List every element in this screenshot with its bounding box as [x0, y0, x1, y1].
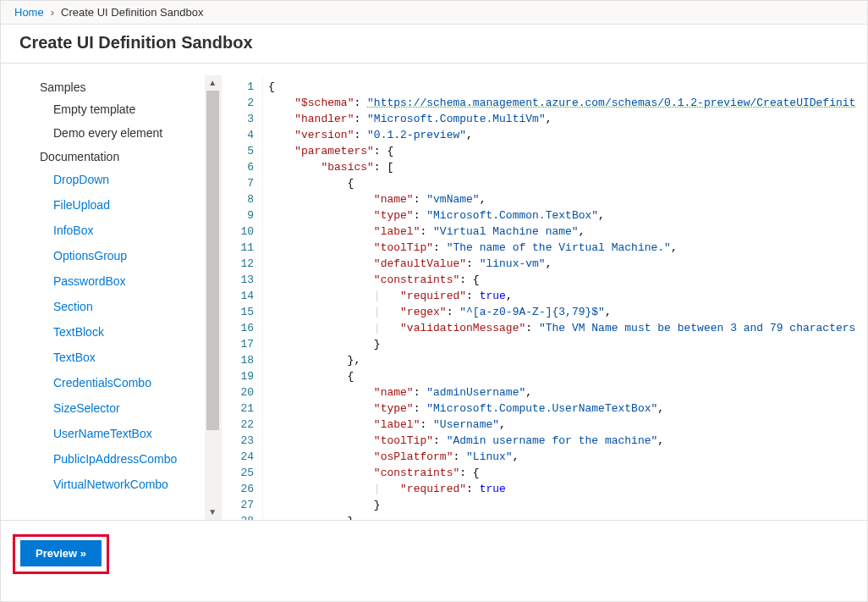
line-number: 1	[222, 79, 254, 95]
code-line[interactable]: "parameters": {	[268, 143, 867, 159]
sidebar-scrollbar[interactable]: ▲ ▼	[205, 75, 221, 520]
code-line[interactable]: | "regex": "^[a-z0-9A-Z-]{3,79}$",	[268, 304, 867, 320]
line-number: 17	[222, 336, 254, 352]
code-line[interactable]: "constraints": {	[268, 272, 867, 288]
line-number: 13	[222, 272, 254, 288]
line-number: 10	[222, 224, 254, 240]
line-number: 24	[222, 449, 254, 465]
code-line[interactable]: {	[268, 79, 867, 95]
code-line[interactable]: "toolTip": "The name of the Virtual Mach…	[268, 240, 867, 256]
line-number: 19	[222, 368, 254, 384]
code-line[interactable]: {	[268, 175, 867, 191]
content-row: SamplesEmpty templateDemo every elementD…	[1, 63, 867, 520]
line-number: 25	[222, 465, 254, 481]
code-line[interactable]: }	[268, 497, 867, 513]
line-number: 5	[222, 143, 254, 159]
code-line[interactable]: "name": "vmName",	[268, 191, 867, 207]
sidebar-item-optionsgroup[interactable]: OptionsGroup	[26, 243, 205, 268]
preview-button[interactable]: Preview »	[20, 540, 102, 566]
code-line[interactable]: "$schema": "https://schema.management.az…	[268, 95, 867, 111]
code-line[interactable]: }	[268, 513, 867, 520]
sidebar-item-textbox[interactable]: TextBox	[26, 345, 205, 370]
line-number: 28	[222, 513, 254, 520]
code-line[interactable]: "basics": [	[268, 159, 867, 175]
code-line[interactable]: }	[268, 336, 867, 352]
sidebar: SamplesEmpty templateDemo every elementD…	[26, 75, 205, 520]
line-number: 27	[222, 497, 254, 513]
line-number: 12	[222, 256, 254, 272]
line-number: 15	[222, 304, 254, 320]
sidebar-item-infobox[interactable]: InfoBox	[26, 218, 205, 243]
breadcrumb-home[interactable]: Home	[14, 6, 44, 19]
code-line[interactable]: "defaultValue": "linux-vm",	[268, 256, 867, 272]
code-line[interactable]: {	[268, 368, 867, 384]
code-editor[interactable]: 1234567891011121314151617181920212223242…	[221, 75, 867, 520]
sidebar-group-0: Samples	[40, 80, 205, 94]
footer: Preview »	[1, 520, 867, 588]
sidebar-item-sizeselector[interactable]: SizeSelector	[26, 395, 205, 421]
sidebar-item-empty-template[interactable]: Empty template	[26, 97, 205, 121]
line-number: 11	[222, 240, 254, 256]
line-number: 9	[222, 207, 254, 224]
line-number: 21	[222, 400, 254, 417]
code-line[interactable]: "handler": "Microsoft.Compute.MultiVm",	[268, 111, 867, 127]
sidebar-item-credentialscombo[interactable]: CredentialsCombo	[26, 370, 205, 395]
line-number: 18	[222, 352, 254, 368]
sidebar-item-dropdown[interactable]: DropDown	[26, 167, 205, 192]
code-line[interactable]: "version": "0.1.2-preview",	[268, 127, 867, 143]
sidebar-item-textblock[interactable]: TextBlock	[26, 319, 205, 345]
scroll-down-icon[interactable]: ▼	[208, 508, 217, 516]
sidebar-item-fileupload[interactable]: FileUpload	[26, 192, 205, 218]
line-number: 6	[222, 159, 254, 175]
code-line[interactable]: | "validationMessage": "The VM Name must…	[268, 320, 867, 336]
line-number: 2	[222, 95, 254, 111]
page-title: Create UI Definition Sandbox	[1, 25, 867, 63]
line-number: 26	[222, 481, 254, 497]
code-line[interactable]: | "required": true	[268, 481, 867, 497]
chevron-right-icon: ›	[51, 6, 54, 19]
code-line[interactable]: "constraints": {	[268, 465, 867, 481]
sidebar-wrap: SamplesEmpty templateDemo every elementD…	[1, 75, 221, 520]
line-number: 4	[222, 127, 254, 143]
sidebar-item-demo-every-element[interactable]: Demo every element	[26, 121, 205, 145]
line-number: 3	[222, 111, 254, 127]
line-number: 22	[222, 417, 254, 433]
code-line[interactable]: "osPlatform": "Linux",	[268, 449, 867, 465]
breadcrumb-current: Create UI Definition Sandbox	[61, 6, 203, 19]
code-line[interactable]: "toolTip": "Admin username for the machi…	[268, 433, 867, 449]
sidebar-item-section[interactable]: Section	[26, 294, 205, 319]
code-line[interactable]: "type": "Microsoft.Compute.UserNameTextB…	[268, 400, 867, 417]
line-number: 20	[222, 384, 254, 400]
line-gutter: 1234567891011121314151617181920212223242…	[222, 75, 262, 520]
scroll-up-icon[interactable]: ▲	[208, 79, 217, 87]
sidebar-item-usernametextbox[interactable]: UserNameTextBox	[26, 421, 205, 446]
preview-highlight: Preview »	[13, 534, 109, 574]
code-line[interactable]: "label": "Virtual Machine name",	[268, 224, 867, 240]
line-number: 14	[222, 288, 254, 304]
scroll-thumb[interactable]	[206, 91, 219, 430]
code-line[interactable]: "type": "Microsoft.Common.TextBox",	[268, 207, 867, 224]
line-number: 8	[222, 191, 254, 207]
code-line[interactable]: },	[268, 352, 867, 368]
code-line[interactable]: | "required": true,	[268, 288, 867, 304]
sidebar-item-publicipaddresscombo[interactable]: PublicIpAddressCombo	[26, 446, 205, 472]
code-line[interactable]: "name": "adminUsername",	[268, 384, 867, 400]
line-number: 16	[222, 320, 254, 336]
breadcrumb: Home › Create UI Definition Sandbox	[1, 1, 867, 25]
sidebar-group-1: Documentation	[40, 150, 205, 163]
sidebar-item-virtualnetworkcombo[interactable]: VirtualNetworkCombo	[26, 472, 205, 497]
line-number: 7	[222, 175, 254, 191]
sidebar-item-passwordbox[interactable]: PasswordBox	[26, 268, 205, 294]
scroll-track[interactable]	[205, 91, 221, 505]
code-line[interactable]: "label": "Username",	[268, 417, 867, 433]
code-area[interactable]: { "$schema": "https://schema.management.…	[262, 75, 867, 520]
line-number: 23	[222, 433, 254, 449]
